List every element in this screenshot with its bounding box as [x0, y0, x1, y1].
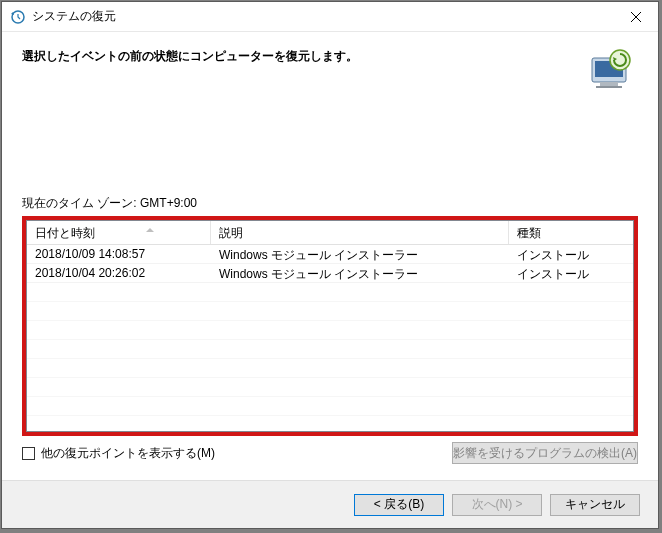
table-row — [27, 302, 633, 321]
checkbox-icon — [22, 447, 35, 460]
timezone-label: 現在のタイム ゾーン: GMT+9:00 — [22, 195, 638, 212]
table-row — [27, 416, 633, 432]
table-row — [27, 397, 633, 416]
cell-datetime: 2018/10/09 14:08:57 — [27, 245, 211, 263]
highlight-frame: 日付と時刻 説明 種類 2018/10/09 14:08:57Windows モ… — [22, 216, 638, 436]
column-header-description[interactable]: 説明 — [211, 221, 509, 244]
cell-type: インストール — [509, 245, 633, 263]
restore-hero-icon — [586, 46, 634, 93]
table-row[interactable]: 2018/10/04 20:26:02Windows モジュール インストーラー… — [27, 264, 633, 283]
table-body: 2018/10/09 14:08:57Windows モジュール インストーラー… — [27, 245, 633, 432]
table-row — [27, 340, 633, 359]
cancel-button[interactable]: キャンセル — [550, 494, 640, 516]
scan-affected-programs-button[interactable]: 影響を受けるプログラムの検出(A) — [452, 442, 638, 464]
restore-titlebar-icon — [10, 9, 26, 25]
table-row — [27, 378, 633, 397]
table-row[interactable]: 2018/10/09 14:08:57Windows モジュール インストーラー… — [27, 245, 633, 264]
next-button[interactable]: 次へ(N) > — [452, 494, 542, 516]
table-row — [27, 321, 633, 340]
column-header-datetime[interactable]: 日付と時刻 — [27, 221, 211, 244]
system-restore-dialog: システムの復元 選択したイベントの前の状態にコンピューターを復元します。 — [1, 1, 659, 529]
column-header-type[interactable]: 種類 — [509, 221, 633, 244]
close-button[interactable] — [613, 2, 658, 31]
titlebar: システムの復元 — [2, 2, 658, 32]
table-header-row: 日付と時刻 説明 種類 — [27, 221, 633, 245]
window-title: システムの復元 — [32, 8, 613, 25]
svg-rect-3 — [600, 82, 618, 86]
dialog-footer: < 戻る(B) 次へ(N) > キャンセル — [2, 480, 658, 528]
back-button[interactable]: < 戻る(B) — [354, 494, 444, 516]
cell-description: Windows モジュール インストーラー — [211, 245, 509, 263]
restore-points-table[interactable]: 日付と時刻 説明 種類 2018/10/09 14:08:57Windows モ… — [26, 220, 634, 432]
cell-type: インストール — [509, 264, 633, 282]
svg-rect-4 — [596, 86, 622, 88]
show-more-label: 他の復元ポイントを表示する(M) — [41, 445, 215, 462]
table-row — [27, 359, 633, 378]
show-more-checkbox[interactable]: 他の復元ポイントを表示する(M) — [22, 445, 215, 462]
table-row — [27, 283, 633, 302]
instruction-text: 選択したイベントの前の状態にコンピューターを復元します。 — [22, 44, 358, 65]
cell-description: Windows モジュール インストーラー — [211, 264, 509, 282]
cell-datetime: 2018/10/04 20:26:02 — [27, 264, 211, 282]
content-area: 選択したイベントの前の状態にコンピューターを復元します。 現在のタイム ゾーン:… — [2, 32, 658, 464]
